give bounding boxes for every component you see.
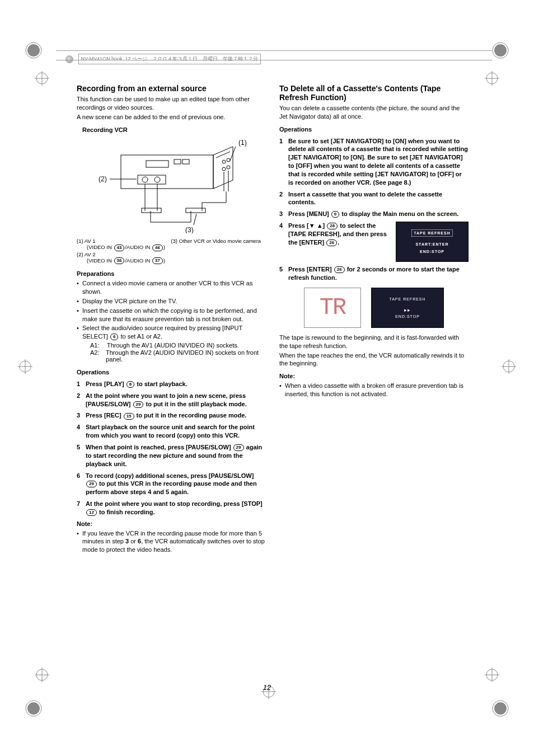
- header-filename: NV-MV41GN.book: [81, 56, 123, 62]
- svg-line-37: [216, 152, 230, 158]
- callout-3: (3): [185, 226, 194, 233]
- register-mark-icon: [484, 70, 500, 87]
- page-number: 12: [0, 683, 534, 692]
- register-mark-icon: [34, 70, 50, 87]
- right-note-list: When a video cassette with a broken off …: [279, 382, 469, 398]
- svg-rect-42: [142, 208, 161, 213]
- svg-rect-31: [174, 159, 181, 164]
- right-follow-1: The tape is rewound to the beginning, an…: [279, 334, 469, 350]
- callout-1: (1): [238, 139, 247, 147]
- right-follow-2: When the tape reaches the end, the VCR a…: [279, 351, 469, 368]
- register-mark-icon: [34, 666, 50, 683]
- print-header: NV-MV41GN.book 12 ページ ２００４年３月１日 月曜日 午後７時…: [65, 54, 457, 64]
- right-section-title: To Delete all of a Cassette's Contents (…: [279, 84, 469, 102]
- vcr-connection-figure: (1) (2) (3): [77, 138, 266, 234]
- callout-2: (2): [99, 175, 107, 183]
- header-pageinfo: 12 ページ ２００４年３月１日 月曜日 午後７時１２分: [125, 56, 259, 62]
- crop-mark-icon: [22, 692, 50, 720]
- osd-tape-refresh-start: TAPE REFRESH START:ENTER END:STOP: [396, 222, 469, 262]
- svg-rect-32: [182, 159, 189, 164]
- right-operations-list: Be sure to set [JET NAVIGATOR] to [ON] w…: [279, 137, 469, 282]
- register-mark-icon: [484, 666, 500, 683]
- svg-point-3: [494, 44, 507, 57]
- crop-mark-icon: [484, 39, 512, 67]
- svg-point-35: [154, 177, 160, 182]
- svg-point-38: [222, 160, 226, 163]
- left-operations-list: Press [PLAY] 8 to start playback. At the…: [77, 380, 266, 516]
- svg-point-1: [27, 44, 40, 57]
- svg-point-39: [227, 158, 230, 162]
- left-operations-heading: Operations: [77, 368, 266, 377]
- svg-point-17: [27, 702, 40, 715]
- left-section-title: Recording from an external source: [77, 84, 266, 93]
- svg-point-19: [494, 702, 507, 715]
- register-mark-icon: [17, 358, 34, 375]
- register-mark-icon: [500, 358, 517, 375]
- left-column: Recording from an external source This f…: [77, 84, 266, 555]
- figure-legend: (1) AV 1 (VIDEO IN 43/AUDIO IN 46) (2) A…: [77, 238, 266, 264]
- left-intro-2: A new scene can be added to the end of p…: [77, 113, 266, 121]
- vcr-display-tr: TR: [304, 288, 361, 328]
- svg-rect-43: [186, 208, 205, 213]
- figure-title: Recording VCR: [82, 126, 266, 134]
- svg-point-34: [142, 177, 148, 182]
- right-note-heading: Note:: [279, 372, 469, 381]
- prep-input-select: Select the audio/video source required b…: [77, 324, 266, 341]
- left-note-list: If you leave the VCR in the recording pa…: [77, 529, 266, 555]
- svg-line-46: [194, 214, 196, 225]
- right-operations-heading: Operations: [279, 125, 469, 134]
- crop-mark-icon: [484, 692, 512, 720]
- preparations-heading: Preparations: [77, 270, 266, 278]
- preparations-list: Connect a video movie camera or another …: [77, 279, 266, 341]
- svg-rect-29: [121, 155, 213, 189]
- left-intro-1: This function can be used to make up an …: [77, 95, 266, 112]
- svg-rect-30: [146, 161, 168, 167]
- svg-point-40: [222, 167, 226, 171]
- av-socket-list: A1:Through the AV1 (AUDIO IN/VIDEO IN) s…: [90, 342, 266, 363]
- left-note-heading: Note:: [77, 520, 266, 528]
- svg-point-41: [227, 166, 230, 169]
- right-column: To Delete all of a Cassette's Contents (…: [279, 84, 469, 555]
- crop-mark-icon: [22, 39, 50, 67]
- right-intro: You can delete a cassette contents (the …: [279, 104, 469, 121]
- osd-tape-refresh-running: TAPE REFRESH ▸▸ END:STOP: [371, 288, 444, 328]
